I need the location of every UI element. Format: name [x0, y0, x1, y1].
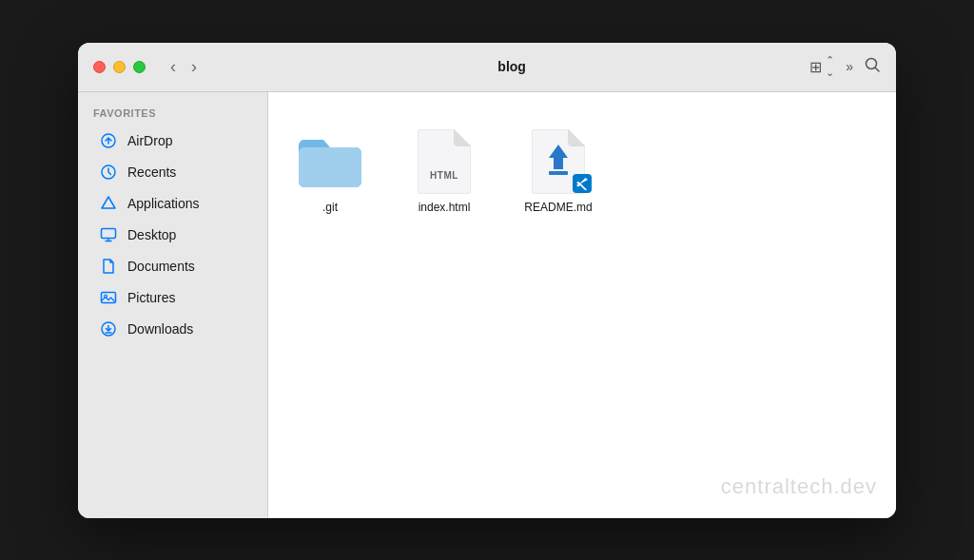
sidebar-documents-label: Documents [127, 259, 195, 274]
file-item-git[interactable]: .git [287, 121, 373, 223]
sidebar-item-pictures[interactable]: Pictures [84, 282, 262, 313]
sidebar-applications-label: Applications [127, 196, 200, 211]
sidebar-item-documents[interactable]: Documents [84, 251, 262, 281]
svg-rect-10 [549, 171, 568, 175]
sidebar-downloads-label: Downloads [127, 321, 193, 337]
sidebar-item-downloads[interactable]: Downloads [84, 314, 262, 344]
sidebar-item-airdrop[interactable]: AirDrop [84, 126, 262, 156]
nav-buttons: ‹ › [165, 56, 203, 77]
file-item-index-html[interactable]: HTML index.html [401, 121, 487, 223]
svg-rect-4 [102, 228, 116, 238]
sidebar-pictures-label: Pictures [127, 290, 176, 305]
main-content: Favorites AirDrop Recents [78, 92, 896, 518]
sidebar: Favorites AirDrop Recents [78, 92, 268, 518]
view-toggle[interactable]: ⊞ ⌃⌄ [809, 54, 834, 79]
forward-button[interactable]: › [185, 56, 203, 77]
sidebar-section-favorites: Favorites [78, 107, 267, 125]
minimize-button[interactable] [113, 61, 126, 73]
finder-window: ‹ › blog ⊞ ⌃⌄ » Favorites [78, 43, 896, 518]
sidebar-airdrop-label: AirDrop [127, 133, 172, 148]
html-file-icon: HTML [411, 128, 477, 195]
file-readme-md-label: README.md [524, 201, 592, 216]
view-chevron-icon[interactable]: ⌃⌄ [826, 54, 834, 79]
file-area: .git HTML index.html [268, 92, 896, 518]
folder-icon [297, 128, 363, 195]
applications-icon [99, 194, 118, 213]
svg-line-1 [876, 68, 880, 71]
search-button[interactable] [864, 56, 881, 78]
traffic-lights [93, 61, 146, 73]
back-button[interactable]: ‹ [165, 56, 182, 77]
window-title: blog [214, 59, 809, 74]
titlebar: ‹ › blog ⊞ ⌃⌄ » [78, 43, 896, 92]
grid-view-icon[interactable]: ⊞ [809, 58, 822, 76]
sidebar-item-desktop[interactable]: Desktop [84, 220, 262, 250]
watermark: centraltech.dev [721, 474, 877, 499]
sidebar-recents-label: Recents [127, 164, 176, 180]
svg-point-0 [867, 58, 877, 68]
file-index-html-label: index.html [419, 201, 471, 216]
close-button[interactable] [93, 61, 106, 73]
sidebar-desktop-label: Desktop [127, 227, 176, 242]
file-git-label: .git [322, 201, 338, 216]
pictures-icon [99, 288, 118, 307]
md-file-icon [525, 128, 592, 195]
downloads-icon [99, 319, 118, 338]
more-options-button[interactable]: » [846, 59, 852, 74]
toolbar-right: ⊞ ⌃⌄ » [809, 54, 881, 79]
recents-icon [99, 163, 118, 182]
airdrop-icon [99, 131, 118, 150]
svg-rect-5 [102, 292, 116, 302]
svg-text:HTML: HTML [430, 170, 458, 181]
file-item-readme-md[interactable]: README.md [516, 121, 601, 223]
desktop-icon [99, 225, 118, 244]
sidebar-item-recents[interactable]: Recents [84, 157, 262, 187]
maximize-button[interactable] [133, 61, 146, 73]
documents-icon [99, 257, 118, 276]
sidebar-item-applications[interactable]: Applications [84, 188, 262, 219]
